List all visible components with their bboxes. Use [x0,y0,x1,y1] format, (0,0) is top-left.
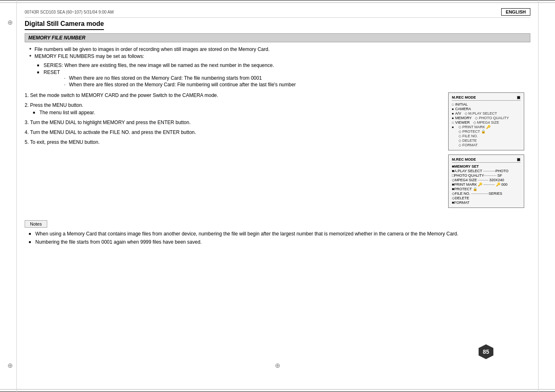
menu-box2-fileno: ◇FILE NO. ·················SERIES [452,191,520,196]
step-3-text: Turn the MENU DIAL to highlight MEMORY a… [30,120,191,125]
menu-item-viewer: □VIEWER◇ MPEG4 SIZE [452,120,520,125]
menu-boxes-column: M.REC MODE ▣ □INITIAL ■CAMERA ■A/V◇ M.PL… [448,92,530,212]
step-5: 5. To exit, press the MENU button. [25,139,436,145]
section-header: MEMORY FILE NUMBER [25,33,530,42]
menu-item-memory: ■MEMORY◇ PHOTO QUALITY [452,116,520,120]
reset-sub-1: When there are no files stored on the Me… [64,75,530,81]
menu-box2-printmark: ■PRINT MARK 🔑 ··········· 🔑 000 [452,182,520,187]
menu-item-initial: □INITIAL [452,102,520,106]
steps-column: 1. Set the mode switch to MEMORY CARD an… [25,92,436,212]
page-title: Digital Still Camera mode [25,20,104,30]
menu-item-fileno: ◇ FILE NO. [452,134,520,138]
step-2-sub-1: The menu list will appear. [33,110,436,115]
steps-list: 1. Set the mode switch to MEMORY CARD an… [25,92,436,145]
menu-box2-format: ■FORMAT [452,201,520,205]
series-item: SERIES: When there are existing files, t… [37,62,530,68]
menu-box-2-header: M.REC MODE ▣ [452,157,520,163]
step-3-number: 3. [25,120,30,125]
doc-reference: 00743R SCD103 SEA (60~107) 5/31/04 9:00 … [25,10,114,14]
step-4: 4. Turn the MENU DIAL to activate the FI… [25,129,436,135]
menu-box-1: M.REC MODE ▣ □INITIAL ■CAMERA ■A/V◇ M.PL… [448,92,524,150]
menu-box-2: M.REC MODE ▣ ■MEMORY SET ■A.PLAY SELECT … [448,154,524,208]
menu-box2-aplay: ■A.PLAY SELECT ············PHOTO [452,169,520,173]
step-5-number: 5. [25,139,30,145]
step-2-sub: The menu list will appear. [33,110,436,115]
step-3: 3. Turn the MENU DIAL to highlight MEMOR… [25,120,436,125]
step-4-number: 4. [25,129,30,135]
note-1: When using a Memory Card that contains i… [29,231,530,237]
intro-bullet-2: MEMORY FILE NUMBERS may be set as follow… [29,53,530,59]
crosshair-top-left: ⊕ [7,18,13,26]
reset-sub-2: When there are files stored on the Memor… [64,82,530,88]
step-2: 2. Press the MENU button. The menu list … [25,102,436,115]
intro-bullets: File numbers will be given to images in … [29,46,530,59]
menu-box2-title: ■MEMORY SET [452,164,520,168]
menu-box2-photo-quality: □PHOTO QUALITY············ SF [452,173,520,178]
reset-subitems: When there are no files stored on the Me… [64,75,530,88]
menu-item-protect: ◇ PROTECT 🔒 [452,129,520,134]
right-border [538,0,539,392]
main-content: 1. Set the mode switch to MEMORY CARD an… [25,92,530,212]
crosshair-bottom-left: ⊕ [7,362,13,369]
menu-box-1-header: M.REC MODE ▣ [452,95,520,101]
notes-list: When using a Memory Card that contains i… [29,231,530,245]
menu-box2-mpeg4: ◇MPEG4 SIZE ·········· 320X240 [452,178,520,182]
menu-item-printmark: ■◇ PRINT MARK 🔑 [452,125,520,129]
menu-box2-delete: ◇DELETE [452,196,520,200]
step-1-text: Set the mode switch to MEMORY CARD and t… [30,92,218,98]
step-2-text: Press the MENU button. [30,102,83,108]
notes-section: Notes When using a Memory Card that cont… [25,220,530,245]
page-header: 00743R SCD103 SEA (60~107) 5/31/04 9:00 … [25,8,530,18]
english-badge: ENGLISH [501,8,530,16]
top-border [0,0,555,5]
menu-item-camera: ■CAMERA [452,107,520,111]
note-2: Numbering the file starts from 0001 agai… [29,239,530,245]
menu-item-delete: ◇ DELETE [452,138,520,143]
menu-item-av: ■A/V◇ M.PLAY SELECT [452,111,520,115]
crosshair-bottom-center: ⊕ [275,362,280,369]
step-4-text: Turn the MENU DIAL to activate the FILE … [30,129,196,135]
page-number: 85 [479,344,493,359]
memory-options-list: SERIES: When there are existing files, t… [37,62,530,88]
reset-item: RESET When there are no files stored on … [37,69,530,88]
left-border [16,0,17,392]
menu-box2-protect: ■PROTECT 🔒 [452,187,520,191]
notes-badge: Notes [25,220,47,228]
step-2-number: 2. [25,102,30,108]
step-5-text: To exit, press the MENU button. [30,139,99,145]
step-1-number: 1. [25,92,30,98]
intro-bullet-1: File numbers will be given to images in … [29,46,530,52]
bottom-border [0,387,555,392]
menu-item-format: ◇ FORMAT [452,143,520,147]
step-1: 1. Set the mode switch to MEMORY CARD an… [25,92,436,98]
